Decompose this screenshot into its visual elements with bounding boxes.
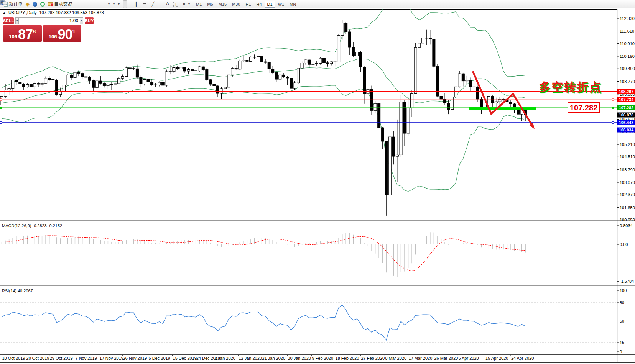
timeframe-w1[interactable]: W1	[276, 1, 287, 8]
macd-histogram	[2, 232, 526, 277]
bar-chart-button[interactable]	[76, 0, 79, 8]
line-handle-right[interactable]	[612, 129, 614, 131]
timeframe-mn[interactable]: MN	[287, 1, 298, 8]
buy-button[interactable]: BUY	[85, 17, 94, 24]
candle-body	[4, 90, 7, 97]
timeframe-d1[interactable]: D1	[265, 1, 275, 8]
line-handle-right[interactable]	[612, 122, 614, 124]
candle-body	[107, 84, 109, 86]
line-handle-right[interactable]	[612, 107, 614, 109]
auto-trading-label: 自动交易	[54, 1, 72, 7]
candle-body	[440, 96, 443, 99]
date-label: 30 Jan 2020	[288, 356, 311, 361]
collapse-panel-icon[interactable]: ▲	[3, 11, 6, 15]
candle-body	[429, 38, 431, 39]
candle-chart-button[interactable]	[79, 0, 82, 8]
price-tick-label: 110.190	[620, 54, 635, 59]
vertical-line-tool[interactable]: ┃	[132, 0, 140, 8]
candle-body	[352, 47, 355, 56]
candle-body	[198, 67, 201, 71]
candle-body	[19, 82, 21, 84]
candle-body	[242, 60, 245, 61]
candle-body	[77, 72, 80, 74]
auto-scroll-button[interactable]	[98, 0, 101, 8]
line-handle-left[interactable]	[0, 129, 2, 131]
cursor-tool-button[interactable]	[123, 0, 127, 8]
price-marker-label: 106.034	[619, 128, 633, 132]
price-tick-label: 108.770	[620, 79, 635, 84]
candle-body	[345, 23, 347, 32]
timeframe-m5[interactable]: M5	[205, 1, 215, 8]
community-button[interactable]	[31, 0, 39, 8]
candle-body	[355, 52, 358, 56]
candle-body	[30, 84, 32, 87]
candle-body	[41, 83, 43, 84]
timeframe-m1[interactable]: M1	[194, 1, 204, 8]
tile-windows-button[interactable]	[93, 0, 96, 8]
chart-canvas[interactable]: 112.330111.610110.910110.190109.490108.7…	[0, 0, 635, 364]
date-label: 17 Mar 2020	[409, 356, 433, 361]
rsi-name: RSI(14)	[2, 289, 16, 293]
volume-increase-button[interactable]: ▲	[80, 17, 83, 24]
candle-body	[187, 70, 190, 71]
candle-body	[495, 102, 497, 103]
macd-axis-label: 0.00	[620, 242, 628, 247]
sell-price-button[interactable]: 106 87 8	[3, 25, 42, 42]
chat-icon[interactable]	[0, 0, 8, 5]
indicators-button[interactable]: ▾	[106, 0, 111, 8]
text-tool-icon: A	[165, 2, 170, 7]
channel-tool[interactable]: E	[157, 0, 160, 8]
candle-body	[411, 93, 413, 108]
macd-axis-label: -1.5784	[620, 279, 634, 284]
volume-input[interactable]	[19, 17, 80, 24]
crosshair-tool-button[interactable]	[127, 0, 130, 8]
signals-button[interactable]	[39, 0, 46, 8]
timeframe-m30[interactable]: M30	[230, 1, 242, 8]
templates-button[interactable]: ▾	[116, 0, 121, 8]
buy-price-main: 90	[58, 28, 72, 41]
candle-body	[315, 63, 318, 64]
date-label: 10 Oct 2019	[2, 356, 25, 361]
chevron-down-icon: ▾	[118, 2, 120, 6]
sell-button[interactable]: SELL	[3, 17, 14, 24]
trend-arrow-head[interactable]	[529, 123, 535, 129]
favorites-button[interactable]: ◆	[24, 0, 31, 8]
candlestick-series[interactable]	[0, 20, 527, 216]
candle-body	[209, 80, 212, 84]
candle-body	[400, 102, 402, 155]
timeframe-m15[interactable]: M15	[216, 1, 229, 8]
candle-body	[290, 78, 293, 88]
vertical-line-icon: ┃	[133, 2, 139, 7]
line-handle-right[interactable]	[612, 99, 614, 101]
trendline-tool[interactable]: ╱	[149, 0, 157, 8]
turning-point-annotation[interactable]: 多空转折点	[539, 79, 602, 95]
candle-body	[235, 68, 237, 69]
buy-price-button[interactable]: 106 90 1	[43, 25, 82, 42]
candle-body	[55, 80, 58, 94]
toolbar-group-chart-type	[75, 0, 86, 8]
fibonacci-tool[interactable]: F	[160, 0, 163, 8]
chart-shift-button[interactable]	[101, 0, 104, 8]
price-tag-107282[interactable]: 107.282	[568, 102, 600, 113]
zoom-in-button[interactable]	[87, 0, 90, 8]
auto-trading-button[interactable]: 自动交易	[46, 0, 74, 8]
line-handle-left[interactable]	[0, 122, 2, 124]
support-zone-bar[interactable]	[469, 107, 536, 110]
candle-body	[286, 77, 289, 78]
timeframe-h4[interactable]: H4	[254, 1, 264, 8]
line-chart-button[interactable]	[82, 0, 85, 8]
candle-body	[118, 78, 120, 84]
line-handle-left[interactable]	[0, 99, 2, 101]
volume-decrease-button[interactable]: ▼	[15, 17, 19, 24]
arrows-tool[interactable]: ➤▾	[180, 0, 191, 8]
zoom-out-button[interactable]	[90, 0, 93, 8]
periods-button[interactable]: ▾	[111, 0, 116, 8]
chevron-down-icon: ▾	[188, 2, 190, 6]
timeframe-h1[interactable]: H1	[243, 1, 253, 8]
line-handle-left[interactable]	[0, 107, 2, 109]
text-label-tool[interactable]: T	[172, 0, 180, 8]
rsi-axis-label: 80	[620, 300, 624, 305]
candle-body	[15, 80, 18, 82]
text-tool[interactable]: A	[163, 0, 172, 8]
horizontal-line-tool[interactable]: ━	[140, 0, 149, 8]
